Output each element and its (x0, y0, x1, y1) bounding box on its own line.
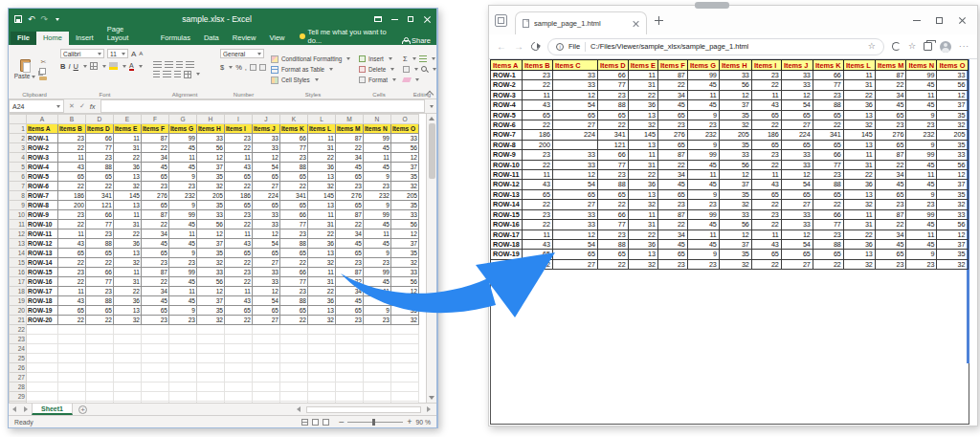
excel-cell[interactable] (197, 363, 225, 373)
excel-cell[interactable] (169, 354, 197, 363)
excel-maximize-button[interactable] (408, 16, 413, 22)
excel-cell[interactable]: 32 (391, 182, 419, 191)
excel-cell[interactable]: 11 (308, 134, 336, 143)
excel-cell[interactable]: 88 (280, 163, 308, 172)
excel-cell[interactable]: 22 (280, 316, 308, 325)
font-size-combo[interactable]: 11 (107, 49, 128, 58)
excel-cell[interactable] (58, 354, 86, 363)
excel-row-header[interactable]: 8 (10, 191, 27, 201)
align-right-icon[interactable] (174, 71, 181, 77)
excel-cell[interactable]: 9 (169, 306, 197, 316)
excel-cell[interactable] (308, 382, 336, 392)
excel-cell[interactable] (197, 382, 225, 392)
excel-column-header[interactable]: G (169, 115, 197, 124)
save-icon[interactable] (14, 15, 22, 23)
sheet-tab-sheet1[interactable]: Sheet1 (32, 404, 73, 415)
excel-row-header[interactable]: 18 (10, 287, 27, 296)
excel-cell[interactable] (280, 325, 308, 335)
name-box[interactable]: A24 (9, 99, 64, 113)
excel-cell[interactable]: Items A (27, 124, 58, 134)
excel-cell[interactable] (27, 335, 58, 344)
excel-cell[interactable]: 23 (169, 182, 197, 191)
excel-cell[interactable]: 11 (58, 153, 86, 163)
excel-cell[interactable] (280, 354, 308, 363)
excel-row-header[interactable]: 30 (10, 402, 27, 404)
excel-cell[interactable]: 45 (142, 296, 169, 306)
excel-cell[interactable]: 23 (86, 153, 114, 163)
excel-cell[interactable] (58, 373, 86, 382)
excel-cell[interactable] (391, 373, 419, 382)
excel-cell[interactable]: 33 (197, 134, 225, 143)
excel-cell[interactable]: Items B (58, 124, 86, 134)
percent-style-icon[interactable]: % (235, 63, 242, 72)
copy-icon[interactable] (39, 68, 46, 75)
excel-cell[interactable] (253, 382, 280, 392)
excel-cell[interactable]: 45 (169, 239, 197, 249)
zoom-in-icon[interactable]: + (407, 418, 412, 426)
excel-cell[interactable]: 22 (280, 258, 308, 268)
excel-cell[interactable] (391, 392, 419, 402)
excel-cell[interactable] (142, 335, 169, 344)
excel-cell[interactable]: 45 (336, 163, 364, 172)
excel-cell[interactable] (142, 354, 169, 363)
excel-cell[interactable] (169, 335, 197, 344)
settings-more-icon[interactable] (959, 43, 969, 51)
format-cells-button[interactable]: Format (368, 76, 388, 83)
sheet-nav-left-icon[interactable] (12, 406, 16, 412)
excel-cell[interactable]: 13 (114, 306, 142, 316)
excel-cell[interactable] (142, 373, 169, 382)
excel-cell[interactable]: 65 (253, 201, 280, 210)
tab-data[interactable]: Data (197, 32, 226, 45)
excel-cell[interactable]: 33 (253, 268, 280, 277)
excel-cell[interactable]: 32 (308, 182, 336, 191)
excel-cell[interactable]: 23 (364, 182, 391, 191)
tab-home[interactable]: Home (36, 32, 69, 45)
excel-cell[interactable]: 11 (225, 229, 253, 239)
excel-select-all-corner[interactable] (10, 115, 27, 124)
excel-cell[interactable] (364, 363, 391, 373)
underline-button[interactable]: U (74, 62, 78, 71)
excel-cell[interactable] (114, 392, 142, 402)
excel-cell[interactable]: 32 (114, 316, 142, 325)
excel-cell[interactable] (336, 382, 364, 392)
excel-cell[interactable]: 66 (280, 210, 308, 220)
excel-row-header[interactable]: 28 (10, 382, 27, 392)
align-bottom-icon[interactable] (176, 61, 183, 68)
excel-cell[interactable]: 33 (253, 220, 280, 229)
excel-close-button[interactable] (423, 15, 431, 23)
excel-cell[interactable] (114, 344, 142, 354)
excel-cell[interactable]: 32 (197, 316, 225, 325)
excel-cell[interactable] (253, 373, 280, 382)
excel-cell[interactable]: 54 (253, 296, 280, 306)
excel-cell[interactable] (364, 402, 391, 404)
excel-cell[interactable]: 45 (169, 220, 197, 229)
excel-cell[interactable]: 65 (280, 249, 308, 258)
excel-cell[interactable] (114, 325, 142, 335)
excel-cell[interactable]: 205 (391, 191, 419, 201)
browser-minimize-button[interactable] (913, 20, 921, 21)
excel-cell[interactable] (27, 325, 58, 335)
excel-row-header[interactable]: 12 (10, 229, 27, 239)
tab-page-layout[interactable]: Page Layout (100, 23, 154, 45)
excel-cell[interactable] (308, 392, 336, 402)
excel-cell[interactable] (253, 402, 280, 404)
excel-cell[interactable]: Items E (114, 124, 142, 134)
excel-cell[interactable] (58, 335, 86, 344)
tab-file[interactable]: File (11, 32, 36, 45)
excel-cell[interactable]: 88 (86, 239, 114, 249)
excel-cell[interactable]: 22 (114, 153, 142, 163)
excel-cell[interactable]: ROW-20 (27, 316, 58, 325)
excel-cell[interactable]: 65 (58, 306, 86, 316)
excel-cell[interactable] (27, 373, 58, 382)
excel-row-header[interactable]: 16 (10, 268, 27, 277)
excel-cell[interactable]: ROW-9 (27, 210, 58, 220)
excel-cell[interactable]: 23 (280, 287, 308, 296)
excel-cell[interactable] (114, 382, 142, 392)
excel-cell[interactable] (86, 402, 114, 404)
excel-row-header[interactable]: 2 (10, 134, 27, 143)
excel-cell[interactable]: 65 (86, 306, 114, 316)
excel-cell[interactable]: 87 (336, 210, 364, 220)
excel-row-header[interactable]: 22 (10, 325, 27, 335)
excel-cell[interactable]: 66 (280, 134, 308, 143)
excel-cell[interactable]: 65 (225, 172, 253, 182)
